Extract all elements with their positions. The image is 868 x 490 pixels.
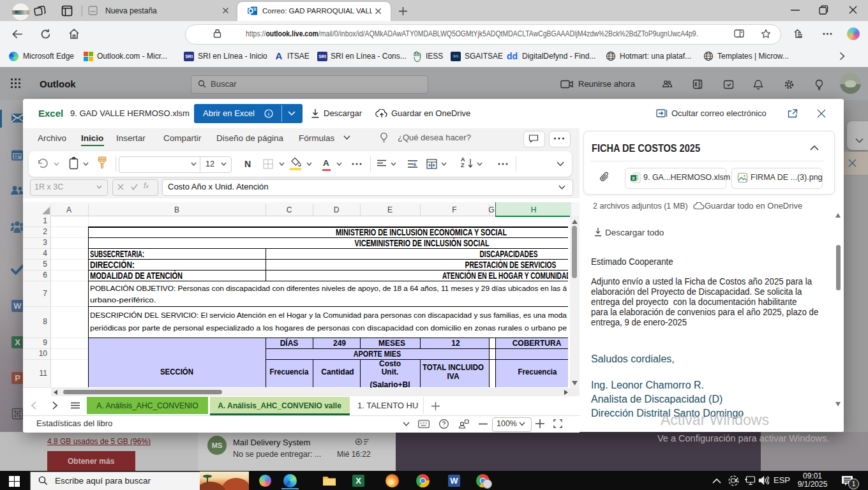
svg-text:X: X [632,175,635,181]
